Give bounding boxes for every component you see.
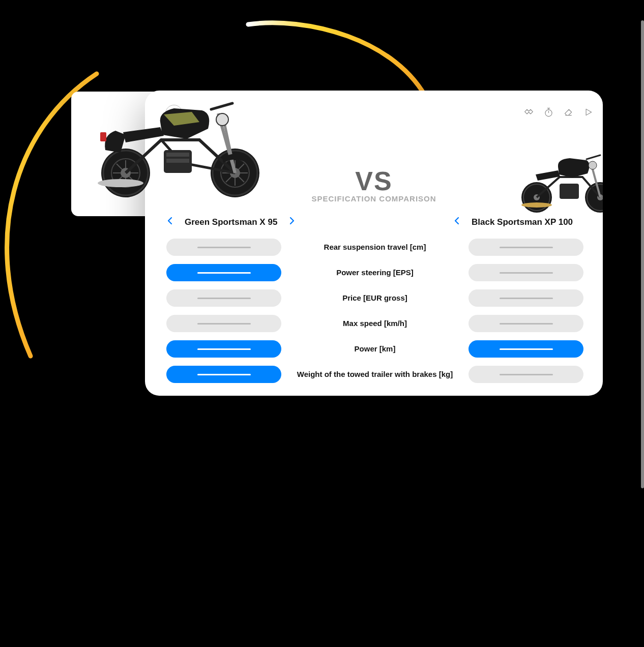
svg-rect-18 [166, 153, 189, 157]
spec-value-right[interactable] [469, 289, 583, 307]
product-selector-right: Black Sportsman XP 100 [454, 217, 573, 227]
chevron-left-icon[interactable] [454, 217, 459, 227]
svg-point-16 [98, 179, 143, 187]
spec-label: Rear suspension travel [cm] [281, 243, 469, 252]
spec-value-left[interactable] [166, 239, 281, 256]
spec-row: Weight of the towed trailer with brakes … [166, 365, 583, 384]
stopwatch-icon[interactable] [543, 107, 554, 117]
spec-value-left[interactable] [166, 315, 281, 332]
spec-row: Rear suspension travel [cm] [166, 238, 583, 256]
spec-label: Price [EUR gross] [281, 293, 469, 303]
svg-point-37 [589, 161, 597, 169]
spec-row: Price [EUR gross] [166, 289, 583, 307]
svg-point-34 [521, 202, 552, 208]
scrollbar[interactable] [641, 20, 644, 509]
spec-value-right[interactable] [469, 264, 583, 281]
product-name-left: Green Sportsman X 95 [185, 217, 277, 227]
spec-label: Weight of the towed trailer with brakes … [281, 370, 469, 379]
vs-title: VS [355, 166, 392, 196]
spec-value-left[interactable] [166, 289, 281, 307]
spec-label: Max speed [km/h] [281, 319, 469, 329]
product-image-right [511, 144, 603, 215]
handshake-icon[interactable] [523, 107, 534, 117]
svg-point-23 [216, 113, 228, 126]
spec-value-right[interactable] [469, 340, 583, 358]
spec-row: Power steering [EPS] [166, 263, 583, 282]
spec-label: Power steering [EPS] [281, 268, 469, 278]
chevron-right-icon[interactable] [289, 217, 295, 227]
vs-subtitle: SPECIFICATION COMPARISON [311, 194, 436, 203]
spec-value-right[interactable] [469, 239, 583, 256]
chevron-left-icon[interactable] [167, 217, 172, 227]
svg-rect-35 [560, 184, 579, 199]
spec-value-left[interactable] [166, 340, 281, 358]
spec-value-left[interactable] [166, 264, 281, 281]
spec-value-right[interactable] [469, 315, 583, 332]
product-image-left [85, 84, 278, 201]
spec-row: Max speed [km/h] [166, 314, 583, 333]
svg-rect-20 [100, 132, 106, 141]
spec-value-left[interactable] [166, 366, 281, 383]
scrollbar-thumb[interactable] [641, 20, 644, 488]
product-name-right: Black Sportsman XP 100 [472, 217, 573, 227]
spec-row: Power [km] [166, 340, 583, 358]
erase-icon[interactable] [563, 107, 574, 117]
svg-rect-19 [166, 159, 189, 163]
spec-table: Rear suspension travel [cm]Power steerin… [166, 238, 583, 391]
play-icon[interactable] [583, 107, 594, 117]
spec-value-right[interactable] [469, 366, 583, 383]
spec-label: Power [km] [281, 344, 469, 354]
product-selector-left: Green Sportsman X 95 [167, 217, 295, 227]
toolbar [523, 107, 594, 117]
